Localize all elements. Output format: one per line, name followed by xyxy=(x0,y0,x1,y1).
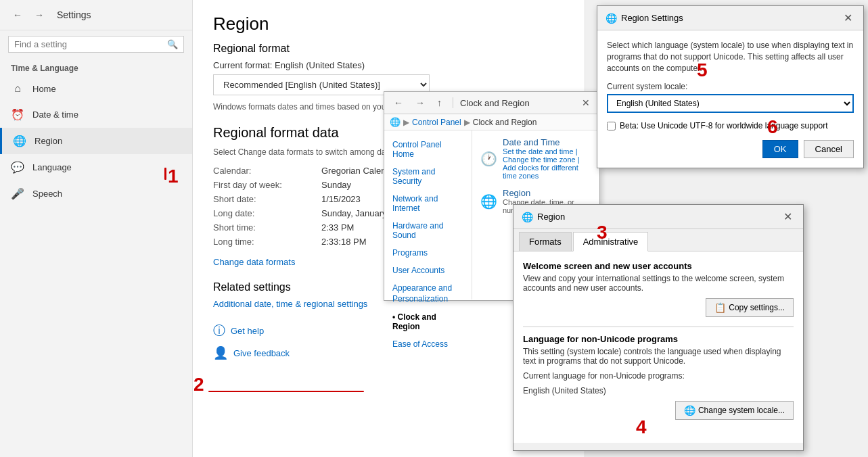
welcome-title: Welcome screen and new user accounts xyxy=(523,261,794,271)
settings-titlebar: ← → Settings xyxy=(0,0,192,30)
rs-titlebar: 🌐 Region Settings ✕ xyxy=(597,6,863,30)
app-title: Settings xyxy=(57,9,91,20)
rs-content: Select which language (system locale) to… xyxy=(597,30,863,168)
sidebar-item-speech[interactable]: 🎤 Speech xyxy=(0,181,192,207)
panel-nav-programs[interactable]: Programs xyxy=(384,244,472,262)
sidebar-item-label: Region xyxy=(35,136,62,146)
sidebar-nav-items: ⌂ Home ⏰ Date & time 🌐 Region 💬 Language… xyxy=(0,76,192,457)
breadcrumb: 🌐 ▶ Control Panel ▶ Clock and Region xyxy=(384,114,599,130)
change-formats-link[interactable]: Change data formats xyxy=(213,257,295,267)
region-dialog: 🌐 Region ✕ Formats Administrative Welcom… xyxy=(513,204,804,451)
panel-nav-user-accounts[interactable]: User Accounts xyxy=(384,262,472,279)
page-title: Region xyxy=(213,14,564,34)
region-dialog-icon: 🌐 xyxy=(522,212,533,222)
rs-field-label: Current system locale: xyxy=(607,82,854,91)
mic-icon: 🎤 xyxy=(11,187,24,200)
sidebar-item-label: Date & time xyxy=(32,110,78,120)
rs-checkbox[interactable] xyxy=(607,122,616,130)
globe-panel-icon: 🌐 xyxy=(480,193,497,210)
add-clocks-link[interactable]: Add clocks for different time zones xyxy=(503,164,578,180)
panel-left-nav: Control Panel Home System and Security N… xyxy=(384,130,472,299)
back-button[interactable]: ← xyxy=(8,5,27,24)
locale-icon: 🌐 xyxy=(684,405,695,416)
sidebar-item-label: Home xyxy=(32,84,56,94)
breadcrumb-current: Clock and Region xyxy=(473,118,537,127)
tab-administrative[interactable]: Administrative xyxy=(573,232,649,251)
sidebar-item-date-time[interactable]: ⏰ Date & time xyxy=(0,101,192,128)
copy-settings-btn[interactable]: 📋 Copy settings... xyxy=(706,298,794,317)
help-icon: ⓘ xyxy=(213,322,225,339)
forward-button[interactable]: → xyxy=(30,5,49,24)
sidebar-item-label: Speech xyxy=(32,189,62,199)
format-label: Calendar: xyxy=(213,166,321,176)
welcome-section: Welcome screen and new user accounts Vie… xyxy=(523,261,794,317)
rs-title: Region Settings xyxy=(621,13,841,23)
regional-format-title: Regional format xyxy=(213,43,564,55)
search-input[interactable] xyxy=(14,39,163,49)
panel-titlebar: ← → ↑ Clock and Region ✕ xyxy=(384,92,599,114)
region-panel-title[interactable]: Region xyxy=(503,188,591,198)
region-dialog-tabs: Formats Administrative xyxy=(513,229,803,251)
rs-checkbox-row: Beta: Use Unicode UTF-8 for worldwide la… xyxy=(607,121,854,130)
tab-formats[interactable]: Formats xyxy=(519,232,572,251)
clock-icon: ⏰ xyxy=(11,108,24,121)
panel-nav-hardware[interactable]: Hardware and Sound xyxy=(384,217,472,244)
sidebar-item-region[interactable]: 🌐 Region xyxy=(0,128,192,154)
search-icon: 🔍 xyxy=(167,39,178,49)
panel-nav-clock-region[interactable]: • Clock and Region xyxy=(384,308,472,335)
breadcrumb-home[interactable]: Control Panel xyxy=(412,118,461,127)
titlebar-nav: ← → xyxy=(8,5,49,24)
home-icon: ⌂ xyxy=(11,82,24,95)
rs-checkbox-label: Beta: Use Unicode UTF-8 for worldwide la… xyxy=(620,121,828,130)
region-dialog-content: Welcome screen and new user accounts Vie… xyxy=(513,251,803,443)
region-dialog-titlebar: 🌐 Region ✕ xyxy=(513,205,803,229)
panel-title: Clock and Region xyxy=(460,98,574,108)
get-help-label: Get help xyxy=(231,326,264,336)
panel-nav-network[interactable]: Network and Internet xyxy=(384,190,472,217)
sidebar-item-home[interactable]: ⌂ Home xyxy=(0,76,192,101)
sidebar-item-language[interactable]: 💬 Language xyxy=(0,154,192,181)
chat-icon: 💬 xyxy=(11,161,24,174)
format-label: Short time: xyxy=(213,222,321,233)
set-date-time-link[interactable]: Set the date and time xyxy=(503,147,574,155)
panel-close-btn[interactable]: ✕ xyxy=(578,96,594,110)
panel-nav-control-panel-home[interactable]: Control Panel Home xyxy=(384,136,472,163)
panel-nav-appearance[interactable]: Appearance andPersonalization xyxy=(384,279,472,308)
panel-up-btn[interactable]: ↑ xyxy=(433,96,446,110)
rs-buttons: OK Cancel xyxy=(607,140,854,158)
welcome-desc: View and copy your international setting… xyxy=(523,274,794,293)
settings-sidebar: ← → Settings 🔍 Time & Language ⌂ Home ⏰ … xyxy=(0,0,193,457)
date-time-row: 🕐 Date and Time Set the date and time | … xyxy=(480,137,591,180)
format-value: 2:33:18 PM xyxy=(321,237,367,247)
rs-description: Select which language (system locale) to… xyxy=(607,40,854,74)
date-time-title[interactable]: Date and Time xyxy=(503,137,591,147)
format-value: Sunday xyxy=(321,180,351,190)
change-timezone-link[interactable]: Change the time zone xyxy=(503,155,576,164)
clock-panel-icon: 🕐 xyxy=(480,151,497,167)
panel-forward-btn[interactable]: → xyxy=(411,96,429,110)
change-locale-btn[interactable]: 🌐 Change system locale... xyxy=(675,401,794,420)
unicode-title: Language for non-Unicode programs xyxy=(523,334,794,344)
date-time-links: Set the date and time | Change the time … xyxy=(503,147,591,180)
format-label: Long time: xyxy=(213,237,321,247)
rs-close-btn[interactable]: ✕ xyxy=(841,11,855,24)
panel-nav-system-security[interactable]: System and Security xyxy=(384,163,472,190)
unicode-section: Language for non-Unicode programs This s… xyxy=(523,334,794,420)
rs-icon: 🌐 xyxy=(606,13,617,24)
rs-locale-select[interactable]: English (United States) xyxy=(607,94,854,113)
rs-ok-btn[interactable]: OK xyxy=(762,140,798,158)
format-value: 1/15/2023 xyxy=(321,194,361,204)
format-label: Long date: xyxy=(213,208,321,218)
feedback-label: Give feedback xyxy=(233,348,290,358)
format-label: Short date: xyxy=(213,194,321,204)
panel-nav-ease[interactable]: Ease of Access xyxy=(384,335,472,353)
panel-back-btn[interactable]: ← xyxy=(390,96,407,110)
region-dialog-close[interactable]: ✕ xyxy=(781,210,795,223)
rs-cancel-btn[interactable]: Cancel xyxy=(804,140,854,158)
globe-icon: 🌐 xyxy=(13,135,26,147)
search-box[interactable]: 🔍 xyxy=(8,36,184,53)
sidebar-item-label: Language xyxy=(32,162,72,172)
unicode-desc: This setting (system locale) controls th… xyxy=(523,347,794,366)
date-time-info: Date and Time Set the date and time | Ch… xyxy=(503,137,591,180)
feedback-icon: 👤 xyxy=(213,345,228,360)
